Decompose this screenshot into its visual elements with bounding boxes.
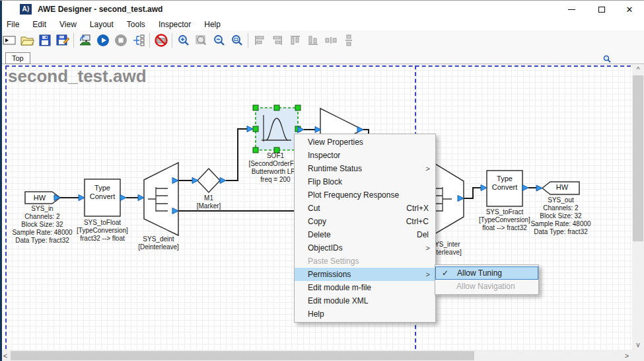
menu-item-permissions[interactable]: Permissions>	[295, 268, 435, 281]
sys-in-caption: SYS_in Channels: 2 Block Size: 32 Sample…	[9, 205, 75, 245]
menu-item-delete[interactable]: DeleteDel	[295, 228, 435, 241]
menu-item-runtime-status[interactable]: Runtime Status>	[295, 162, 435, 175]
deinterleave-caption: SYS_deint [Deinterleave]	[125, 235, 192, 251]
menu-tools[interactable]: Tools	[120, 19, 152, 30]
search-icon[interactable]	[603, 54, 611, 61]
title-bar[interactable]: A⟩ AWE Designer - second_test.awd ✕	[0, 0, 644, 19]
close-icon: ✕	[626, 5, 633, 15]
menu-view[interactable]: View	[53, 19, 83, 30]
menu-item-paste-settings: Paste Settings	[295, 255, 435, 268]
menu-item-plot-frequency-response[interactable]: Plot Frequency Response	[295, 188, 435, 202]
menu-inspector[interactable]: Inspector	[152, 19, 197, 30]
submenu-arrow-icon: >	[426, 165, 430, 173]
menu-item-help[interactable]: Help	[295, 307, 435, 321]
minimize-icon	[568, 9, 575, 10]
open-file-icon[interactable]	[18, 32, 36, 49]
scrollbar-corner	[632, 350, 644, 361]
menu-bar: File Edit View Layout Tools Inspector He…	[0, 19, 644, 30]
align-right-icon[interactable]	[268, 32, 286, 49]
distribute-vertical-icon[interactable]	[340, 32, 357, 49]
save-as-icon[interactable]	[54, 32, 71, 49]
propagate-changes-icon[interactable]	[129, 32, 147, 49]
scroll-up-icon[interactable]: ^	[632, 64, 644, 75]
caption-line: Data Type: fract32	[9, 237, 75, 245]
play-icon[interactable]	[94, 32, 112, 49]
menu-item-edit-module-xml[interactable]: Edit module XML	[295, 294, 435, 307]
align-left-icon[interactable]	[250, 32, 268, 49]
tab-top[interactable]: Top	[5, 52, 30, 64]
toolbar-separator	[172, 33, 172, 48]
zoom-fit-icon[interactable]	[192, 32, 210, 49]
save-icon[interactable]	[36, 32, 54, 49]
shortcut-label: Ctrl+C	[406, 217, 429, 226]
menu-item-objectids[interactable]: ObjectIDs>	[295, 241, 435, 255]
menu-item-copy[interactable]: CopyCtrl+C	[295, 215, 435, 228]
caption-line: SYS_out	[528, 196, 594, 204]
submenu-arrow-icon: >	[426, 244, 430, 252]
submenu-label: Allow Tuning	[457, 268, 502, 278]
zoom-out-icon[interactable]	[210, 32, 228, 49]
menu-layout[interactable]: Layout	[83, 19, 120, 30]
shortcut-label: Ctrl+X	[406, 204, 429, 213]
submenu-item-allow-navigation: Allow Navigation	[435, 280, 538, 293]
menu-edit[interactable]: Edit	[26, 19, 53, 30]
no-hardware-icon[interactable]	[152, 32, 170, 49]
toolbar	[0, 30, 644, 50]
awe-designer-window: A⟩ AWE Designer - second_test.awd ✕ File…	[0, 0, 644, 361]
window-border-top	[0, 0, 644, 1]
scroll-down-icon[interactable]: v	[632, 339, 644, 350]
caption-line: Block Size: 32	[9, 221, 75, 229]
caption-line: Channels: 2	[528, 204, 594, 212]
caption-line: Data Type: fract32	[528, 228, 594, 236]
window-border-accent	[0, 0, 2, 361]
caption-line: [TypeConversion]	[69, 227, 135, 235]
maximize-button[interactable]	[587, 0, 616, 19]
permissions-submenu: ✓ Allow Tuning Allow Navigation	[435, 264, 539, 295]
menu-item-inspector[interactable]: Inspector	[295, 149, 435, 162]
window-title: AWE Designer - second_test.awd	[38, 5, 162, 14]
distribute-horizontal-icon[interactable]	[322, 32, 340, 49]
scroll-right-icon[interactable]: >	[622, 350, 632, 361]
checkmark-icon: ✓	[442, 268, 448, 278]
minimize-button[interactable]	[557, 0, 586, 19]
find-bar	[0, 50, 644, 64]
vertical-scrollbar-thumb[interactable]	[633, 75, 643, 241]
caption-line: [Deinterleave]	[125, 243, 192, 251]
tc2-shape-label: Type Convert	[487, 175, 522, 192]
tc2-title-line2: Convert	[487, 183, 522, 192]
page-boundary-left	[5, 65, 7, 349]
menu-item-cut[interactable]: CutCtrl+X	[295, 202, 435, 215]
sys-out-caption: SYS_out Channels: 2 Block Size: 32 Sampl…	[528, 196, 594, 236]
marker-caption: M1 [Marker]	[189, 194, 229, 210]
toolbar-separator	[73, 33, 74, 48]
close-button[interactable]: ✕	[615, 0, 644, 19]
zoom-selection-icon[interactable]	[228, 32, 246, 49]
menu-file[interactable]: File	[0, 19, 26, 30]
shortcut-label: Del	[417, 230, 429, 239]
new-system-icon[interactable]	[0, 32, 18, 49]
submenu-item-allow-tuning[interactable]: ✓ Allow Tuning	[435, 266, 538, 280]
maximize-icon	[598, 7, 605, 13]
submenu-arrow-icon: >	[426, 270, 430, 278]
toolbar-separator	[149, 33, 150, 48]
menu-help[interactable]: Help	[197, 19, 227, 30]
menu-item-edit-module-m-file[interactable]: Edit module m-file	[295, 281, 435, 294]
tc2-title-line1: Type	[487, 175, 522, 183]
menu-item-flip-block[interactable]: Flip Block	[295, 175, 435, 188]
caption-line: Block Size: 32	[528, 212, 594, 220]
zoom-in-icon[interactable]	[174, 32, 192, 49]
sys-in-shape-label: HW	[25, 194, 54, 202]
menu-item-view-properties[interactable]: View Properties	[295, 136, 435, 149]
horizontal-scrollbar-thumb[interactable]	[11, 351, 474, 360]
tc1-title-line2: Convert	[85, 192, 120, 201]
stop-icon[interactable]	[112, 32, 129, 49]
context-menu: View Properties Inspector Runtime Status…	[294, 134, 436, 323]
caption-line: Channels: 2	[9, 213, 75, 221]
align-bottom-icon[interactable]	[304, 32, 322, 49]
caption-line: Sample Rate: 48000	[528, 220, 594, 228]
connect-target-icon[interactable]	[76, 32, 94, 49]
tc1-title-line1: Type	[85, 184, 120, 192]
caption-line: M1	[189, 194, 229, 202]
align-top-icon[interactable]	[286, 32, 304, 49]
caption-line: SYS_toFloat	[69, 219, 135, 227]
